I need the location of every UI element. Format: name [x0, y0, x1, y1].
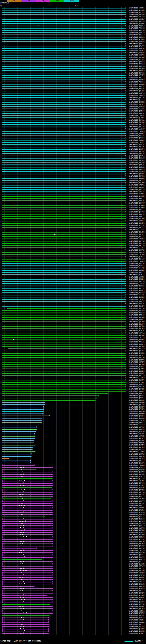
hit-row[interactable]: UniRef100_B6STX5: [0, 188, 146, 191]
hit-label[interactable]: UniRef100_C6HH04: [129, 464, 145, 466]
hit-bar[interactable]: [2, 169, 125, 170]
hit-row[interactable]: UniRef100_B21W54: [0, 509, 146, 511]
hit-label[interactable]: UniRef100_A2YV38: [129, 626, 145, 628]
hit-bar[interactable]: [2, 460, 30, 461]
hit-label[interactable]: UniRef100_Q24626: [129, 171, 145, 172]
hit-label[interactable]: UniRef100_Q35HF9: [129, 305, 145, 307]
hit-row[interactable]: UniRef100_B5B593: [0, 518, 146, 520]
hit-bar[interactable]: [2, 438, 34, 439]
hit-bar[interactable]: [2, 548, 36, 548]
hit-bar[interactable]: [2, 26, 125, 26]
hit-row[interactable]: UniRef100_B6C131: [0, 236, 146, 238]
hit-row[interactable]: UniRef100_B5MLJ3: [0, 300, 146, 303]
hit-row[interactable]: UniRef100_Q8LK94: [0, 97, 146, 99]
hit-bar[interactable]: [2, 205, 125, 206]
hit-label[interactable]: UniRef100_B3UCH5: [129, 200, 145, 202]
hit-label[interactable]: UniRef100_C6ZE79: [129, 336, 145, 338]
hit-label[interactable]: UniRef100_Q94UC0: [129, 543, 145, 544]
hit-bar[interactable]: [2, 32, 125, 33]
hit-bar[interactable]: [2, 221, 125, 221]
hit-row[interactable]: UniRef100_Q6DVN0: [0, 471, 146, 473]
hit-label[interactable]: UniRef100_A7SW61: [129, 38, 145, 40]
hit-row[interactable]: UniRef100_A9SNL0: [0, 18, 146, 20]
hit-label[interactable]: UniRef100_B9GI17: [129, 198, 145, 200]
hit-label[interactable]: UniRef100_Q4C3K1: [129, 350, 145, 352]
hit-label[interactable]: UniRef100_A7NVE1: [129, 184, 145, 186]
hit-label[interactable]: UniRef100_Q93WQ0: [129, 402, 145, 404]
hit-label[interactable]: UniRef100_Q4C1M9: [129, 473, 145, 475]
hit-row[interactable]: UniRef100_A7SW61: [0, 38, 146, 40]
hit-label[interactable]: UniRef100_Q7X161: [129, 224, 145, 226]
hit-label[interactable]: UniRef100_Q9ZT60: [129, 61, 145, 63]
hit-row[interactable]: UniRef100_B9FJ81: [0, 614, 146, 616]
hit-bar[interactable]: [2, 8, 125, 8]
hit-bar[interactable]: [2, 50, 125, 51]
hit-bar[interactable]: [2, 631, 48, 632]
hit-bar[interactable]: [2, 216, 125, 217]
hit-row[interactable]: UniRef100_Q54794: [0, 540, 146, 542]
hit-label[interactable]: UniRef100_Q2KN01: [129, 278, 145, 280]
hit-label[interactable]: UniRef100_B8LUZ1: [129, 104, 145, 105]
hit-row[interactable]: UniRef100_A4ZMU6: [0, 316, 146, 318]
hit-bar[interactable]: [2, 440, 33, 441]
hit-label[interactable]: UniRef100_B9HCX8: [129, 101, 145, 103]
hit-bar[interactable]: [2, 561, 52, 562]
hit-row[interactable]: UniRef100_B9IGH6: [0, 146, 146, 148]
hit-row[interactable]: UniRef100_UP1000...: [0, 182, 146, 184]
hit-bar[interactable]: [2, 532, 52, 533]
hit-row[interactable]: UniRef100_Q0DKV8: [0, 592, 146, 594]
hit-row[interactable]: UniRef100_C3W339: [0, 536, 146, 538]
hit-label[interactable]: UniRef100_B9HH68: [129, 84, 145, 85]
hit-bar[interactable]: [2, 357, 125, 358]
hit-label[interactable]: UniRef100_P46310: [129, 94, 145, 96]
hit-row[interactable]: UniRef100_Q24626: [0, 170, 146, 173]
hit-bar[interactable]: [2, 223, 125, 224]
hit-bar[interactable]: [2, 572, 52, 573]
hit-bar[interactable]: [2, 608, 52, 609]
hit-row[interactable]: UniRef100_A8T614: [0, 446, 146, 448]
hit-bar[interactable]: [2, 335, 125, 336]
hit-label[interactable]: UniRef100_B6LNP9: [129, 328, 145, 330]
hit-bar[interactable]: [2, 366, 125, 367]
hit-bar[interactable]: [2, 210, 125, 210]
hit-label[interactable]: UniRef100_A7LP34: [129, 59, 145, 60]
hit-label[interactable]: UniRef100_Q60X69: [129, 514, 145, 516]
hit-row[interactable]: UniRef100_Q9M165: [0, 43, 146, 45]
hit-bar[interactable]: [2, 128, 125, 129]
hit-row[interactable]: UniRef100_B8HN41: [0, 370, 146, 372]
hit-label[interactable]: UniRef100_B6C132: [129, 124, 145, 126]
hit-label[interactable]: UniRef100_A9V6W3: [129, 435, 145, 437]
hit-bar[interactable]: [2, 187, 125, 188]
hit-bar[interactable]: [2, 425, 38, 425]
hit-label[interactable]: UniRef100_Q3M5C7: [129, 319, 145, 320]
hit-row[interactable]: UniRef100_A4YQ64: [0, 426, 146, 428]
hit-bar[interactable]: [2, 606, 52, 607]
hit-bar[interactable]: [2, 516, 44, 517]
hit-bar[interactable]: [2, 252, 125, 253]
hit-row[interactable]: UniRef100_Q7X161: [0, 224, 146, 226]
hit-label[interactable]: UniRef100_Q9M1B2: [129, 112, 145, 114]
hit-row[interactable]: UniRef100_B3VW19: [0, 78, 146, 81]
hit-row[interactable]: UniRef100_B3UCH5: [0, 200, 146, 202]
hit-row[interactable]: UniRef100_Q52GW6: [0, 486, 146, 489]
hit-row[interactable]: UniRef100_Q6QNW6: [0, 22, 146, 25]
hit-label[interactable]: UniRef100_Q9ZRF7: [129, 234, 145, 235]
hit-bar[interactable]: [2, 256, 125, 257]
hit-bar[interactable]: [2, 498, 50, 499]
hit-bar[interactable]: [2, 254, 125, 255]
hit-bar[interactable]: [2, 597, 52, 598]
hit-label[interactable]: UniRef100_B9M1M8: [129, 166, 145, 168]
hit-label[interactable]: UniRef100_B9FJ81: [129, 614, 145, 616]
hit-bar[interactable]: [2, 118, 125, 118]
hit-row[interactable]: UniRef100_Q99X54: [0, 417, 146, 420]
hit-bar[interactable]: [2, 272, 125, 273]
hit-row[interactable]: UniRef100_B21WB3: [0, 352, 146, 354]
hit-bar[interactable]: [2, 618, 48, 618]
hit-label[interactable]: UniRef100_Q2NWD3: [129, 204, 145, 206]
hit-bar[interactable]: [2, 162, 125, 163]
hit-bar[interactable]: [2, 530, 52, 531]
hit-label[interactable]: UniRef100_A2ZL47: [129, 581, 145, 583]
hit-label[interactable]: UniRef100_B5LSX5: [129, 160, 145, 161]
hit-bar[interactable]: [8, 348, 125, 349]
hit-bar[interactable]: [2, 546, 52, 546]
